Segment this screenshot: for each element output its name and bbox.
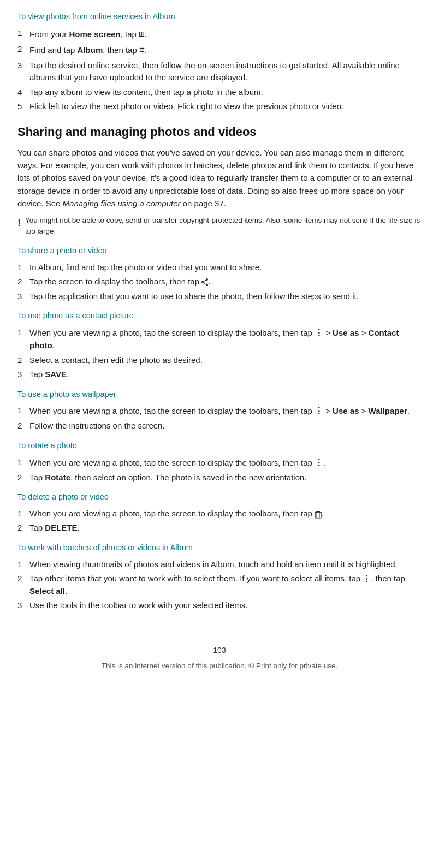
step-content: Flick left to view the next photo or vid…	[29, 100, 422, 113]
section-heading-wallpaper: To use a photo as wallpaper	[17, 389, 422, 401]
bold-select-all: Select all	[29, 586, 65, 596]
list-item: 3 Tap SAVE.	[17, 368, 422, 381]
step-num: 1	[17, 405, 29, 418]
step-num: 3	[17, 599, 29, 612]
section-delete: To delete a photo or video 1 When you ar…	[17, 491, 422, 534]
bold-wallpaper: Wallpaper	[369, 406, 407, 415]
list-item: 1 When you are viewing a photo, tap the …	[17, 508, 422, 520]
svg-rect-5	[315, 512, 321, 518]
step-num: 1	[17, 456, 29, 469]
delete-icon	[315, 510, 322, 519]
list-item: 3 Tap the desired online service, then f…	[17, 60, 422, 84]
svg-line-4	[203, 282, 207, 285]
step-content: Tap DELETE.	[29, 522, 422, 534]
italic-link: Managing files using a computer	[63, 199, 181, 208]
warning-icon: !	[17, 216, 21, 230]
step-content: Tap the desired online service, then fol…	[29, 60, 422, 84]
more-dots-icon: ⋮	[315, 458, 324, 467]
step-content: When you are viewing a photo, tap the sc…	[29, 456, 422, 469]
step-num: 2	[17, 43, 29, 57]
step-content: Select a contact, then edit the photo as…	[29, 354, 422, 367]
bold-use-as: Use as	[333, 328, 359, 337]
section-contact-picture: To use photo as a contact picture 1 When…	[17, 310, 422, 381]
steps-wallpaper: 1 When you are viewing a photo, tap the …	[17, 405, 422, 432]
step-num: 1	[17, 508, 29, 520]
list-item: 2 Follow the instructions on the screen.	[17, 420, 422, 432]
step-num: 1	[17, 261, 29, 274]
apps-icon: ⊞	[139, 28, 144, 39]
section-share-photo: To share a photo or video 1 In Album, fi…	[17, 245, 422, 302]
steps-online: 1 From your Home screen, tap ⊞. 2 Find a…	[17, 27, 422, 113]
step-num: 3	[17, 368, 29, 381]
section-heading-delete: To delete a photo or video	[17, 491, 422, 503]
section-sharing: Sharing and managing photos and videos Y…	[17, 123, 422, 236]
step-num: 3	[17, 60, 29, 84]
page-footer: 103 This is an internet version of this …	[17, 645, 422, 671]
list-item: 3 Use the tools in the toolbar to work w…	[17, 599, 422, 612]
section-online-services: To view photos from online services in A…	[17, 11, 422, 113]
sharing-body: You can share photos and videos that you…	[17, 146, 422, 210]
list-item: 2 Tap Rotate, then select an option. The…	[17, 472, 422, 484]
bold-save: SAVE	[45, 370, 67, 379]
step-content: When viewing thumbnails of photos and vi…	[29, 558, 422, 571]
step-num: 2	[17, 522, 29, 534]
step-num: 2	[17, 354, 29, 367]
share-icon	[201, 278, 208, 287]
note-text: You might not be able to copy, send or t…	[25, 215, 422, 236]
step-content: Follow the instructions on the screen.	[29, 420, 422, 432]
list-item: 4 Tap any album to view its content, the…	[17, 86, 422, 99]
step-num: 1	[17, 558, 29, 571]
list-item: 3 Tap the application that you want to u…	[17, 290, 422, 303]
step-content: Tap the screen to display the toolbars, …	[29, 276, 422, 288]
step-content: When you are viewing a photo, tap the sc…	[29, 508, 422, 520]
list-item: 1 In Album, find and tap the photo or vi…	[17, 261, 422, 274]
step-content: Tap the application that you want to use…	[29, 290, 422, 303]
list-item: 2 Find and tap Album, then tap ≡.	[17, 43, 422, 57]
step-content: When you are viewing a photo, tap the sc…	[29, 326, 422, 352]
main-heading-sharing: Sharing and managing photos and videos	[17, 123, 422, 141]
section-heading-rotate: To rotate a photo	[17, 440, 422, 452]
list-item: 1 When you are viewing a photo, tap the …	[17, 456, 422, 469]
bold-rotate: Rotate	[45, 473, 70, 482]
steps-rotate: 1 When you are viewing a photo, tap the …	[17, 456, 422, 484]
step-num: 2	[17, 472, 29, 484]
section-wallpaper: To use a photo as wallpaper 1 When you a…	[17, 389, 422, 432]
step-num: 1	[17, 326, 29, 352]
section-rotate: To rotate a photo 1 When you are viewing…	[17, 440, 422, 484]
more-dots-icon2: ⋮	[363, 574, 371, 583]
step-num: 2	[17, 420, 29, 432]
list-item: 2 Tap the screen to display the toolbars…	[17, 276, 422, 288]
step-content: Use the tools in the toolbar to work wit…	[29, 599, 422, 612]
step-content: In Album, find and tap the photo or vide…	[29, 261, 422, 274]
list-item: 1 From your Home screen, tap ⊞.	[17, 27, 422, 41]
footer-text: This is an internet version of this publ…	[17, 661, 422, 671]
step-content: Tap any album to view its content, then …	[29, 86, 422, 99]
list-item: 2 Tap other items that you want to work …	[17, 573, 422, 597]
section-heading-contact: To use photo as a contact picture	[17, 310, 422, 322]
more-icon: ⋮	[315, 406, 323, 415]
more-icon: ⋮	[315, 328, 323, 337]
step-content: Tap SAVE.	[29, 368, 422, 381]
steps-share: 1 In Album, find and tap the photo or vi…	[17, 261, 422, 303]
list-item: 1 When you are viewing a photo, tap the …	[17, 405, 422, 418]
bold-delete: DELETE	[45, 523, 77, 532]
step-num: 3	[17, 290, 29, 303]
list-item: 2 Tap DELETE.	[17, 522, 422, 534]
section-heading-share: To share a photo or video	[17, 245, 422, 257]
list-item: 1 When you are viewing a photo, tap the …	[17, 326, 422, 352]
bold-text: Album	[78, 45, 103, 55]
step-num: 5	[17, 100, 29, 113]
step-num: 1	[17, 27, 29, 41]
step-num: 4	[17, 86, 29, 99]
step-content: Tap Rotate, then select an option. The p…	[29, 472, 422, 484]
steps-contact: 1 When you are viewing a photo, tap the …	[17, 326, 422, 381]
step-content: Tap other items that you want to work wi…	[29, 573, 422, 597]
section-heading-batches: To work with batches of photos or videos…	[17, 542, 422, 554]
page-number: 103	[17, 645, 422, 656]
section-batches: To work with batches of photos or videos…	[17, 542, 422, 612]
note-box: ! You might not be able to copy, send or…	[17, 215, 422, 236]
section-heading-online: To view photos from online services in A…	[17, 11, 422, 23]
step-num: 2	[17, 276, 29, 288]
step-content: Find and tap Album, then tap ≡.	[29, 43, 422, 57]
step-content: From your Home screen, tap ⊞.	[29, 27, 422, 41]
